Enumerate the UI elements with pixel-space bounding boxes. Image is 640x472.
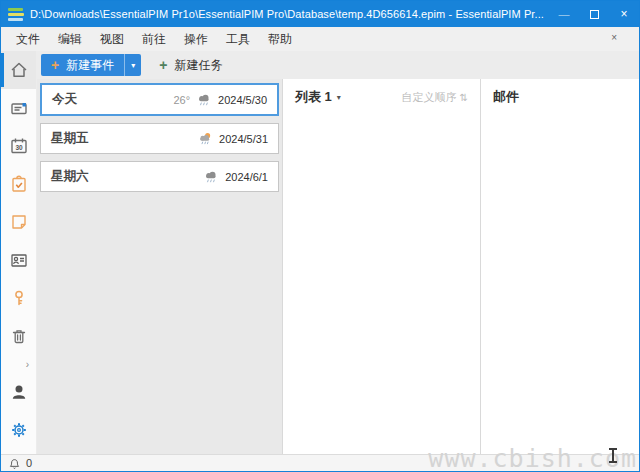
sidebar-item-home[interactable]	[1, 51, 36, 89]
calendar-icon: 30	[9, 136, 29, 156]
new-task-label: 新建任务	[174, 57, 222, 74]
notification-count: 0	[26, 457, 32, 469]
new-event-split-button[interactable]: + 新建事件 ▾	[41, 54, 141, 76]
menu-tools[interactable]: 工具	[217, 28, 259, 51]
rain-cloud-icon	[195, 93, 213, 107]
notes-icon	[9, 212, 29, 232]
status-bar: 0	[1, 454, 639, 471]
plus-icon: +	[159, 58, 167, 72]
day-label: 今天	[52, 91, 173, 108]
contacts-card-icon	[9, 250, 29, 270]
list-selector-dropdown[interactable]: 列表 1 ▾	[295, 88, 341, 106]
trash-icon	[9, 326, 29, 346]
maximize-icon	[590, 10, 599, 19]
window-title: D:\Downloads\EssentialPIM Pr1o\Essential…	[30, 8, 549, 20]
title-bar: D:\Downloads\EssentialPIM Pr1o\Essential…	[1, 1, 639, 27]
list-title-label: 列表 1	[295, 88, 332, 106]
events-day-list: 今天 26° 2024/5/30 星期五	[37, 79, 282, 454]
new-task-button[interactable]: + 新建任务	[155, 57, 226, 74]
day-card-saturday[interactable]: 星期六 2024/6/1	[40, 161, 279, 192]
menu-bar: 文件 编辑 视图 前往 操作 工具 帮助 ×	[1, 27, 639, 51]
notifications-bell-icon[interactable]	[8, 457, 21, 470]
app-window: D:\Downloads\EssentialPIM Pr1o\Essential…	[0, 0, 640, 472]
sidebar-item-trash[interactable]	[1, 317, 36, 355]
menu-go[interactable]: 前往	[133, 28, 175, 51]
rain-cloud-icon	[202, 170, 220, 184]
mail-message-icon	[9, 98, 29, 118]
sort-order-control[interactable]: 自定义顺序 ⇅	[402, 90, 468, 105]
temperature-label: 26°	[173, 94, 190, 106]
close-button[interactable]: ×	[609, 1, 639, 27]
chevron-down-icon: ▾	[337, 93, 341, 102]
menu-view[interactable]: 视图	[91, 28, 133, 51]
sidebar-nav: 30	[1, 51, 37, 454]
date-label: 2024/5/30	[218, 94, 267, 106]
sidebar-item-calendar[interactable]: 30	[1, 127, 36, 165]
app-logo-icon	[8, 8, 24, 21]
sidebar-item-user[interactable]	[1, 373, 36, 411]
sidebar-item-settings[interactable]	[1, 411, 36, 449]
tasks-clipboard-icon	[9, 174, 29, 194]
sidebar-item-tasks[interactable]	[1, 165, 36, 203]
date-label: 2024/6/1	[225, 171, 268, 183]
minimize-button[interactable]: —	[549, 1, 579, 27]
day-card-today[interactable]: 今天 26° 2024/5/30	[40, 83, 279, 116]
menubar-close-icon[interactable]: ×	[611, 32, 617, 43]
sun-rain-cloud-icon	[196, 132, 214, 146]
new-event-label: 新建事件	[66, 57, 114, 74]
sidebar-item-mail[interactable]	[1, 89, 36, 127]
new-event-dropdown-arrow[interactable]: ▾	[124, 54, 141, 76]
task-list-panel: 列表 1 ▾ 自定义顺序 ⇅	[282, 79, 480, 454]
sort-arrows-icon: ⇅	[460, 92, 468, 103]
sidebar-item-contacts[interactable]	[1, 241, 36, 279]
home-icon	[9, 60, 29, 80]
menu-help[interactable]: 帮助	[259, 28, 301, 51]
menu-edit[interactable]: 编辑	[49, 28, 91, 51]
menu-file[interactable]: 文件	[7, 28, 49, 51]
sidebar-expand-chevron-icon[interactable]: ›	[1, 355, 36, 373]
day-label: 星期五	[51, 130, 196, 147]
day-label: 星期六	[51, 168, 202, 185]
sidebar-item-passwords[interactable]	[1, 279, 36, 317]
mouse-cursor-ibeam	[609, 448, 617, 463]
sidebar-item-notes[interactable]	[1, 203, 36, 241]
user-icon	[9, 382, 29, 402]
settings-gear-icon	[9, 420, 29, 440]
day-card-friday[interactable]: 星期五 2024/5/31	[40, 123, 279, 154]
plus-icon: +	[51, 58, 59, 72]
maximize-button[interactable]	[579, 1, 609, 27]
mail-panel: 邮件	[480, 79, 639, 454]
menu-actions[interactable]: 操作	[175, 28, 217, 51]
toolbar: + 新建事件 ▾ + 新建任务	[37, 51, 639, 79]
svg-text:30: 30	[15, 144, 23, 151]
mail-panel-title: 邮件	[493, 88, 627, 106]
sort-order-label: 自定义顺序	[402, 90, 457, 105]
date-label: 2024/5/31	[219, 133, 268, 145]
passwords-key-icon	[9, 288, 29, 308]
